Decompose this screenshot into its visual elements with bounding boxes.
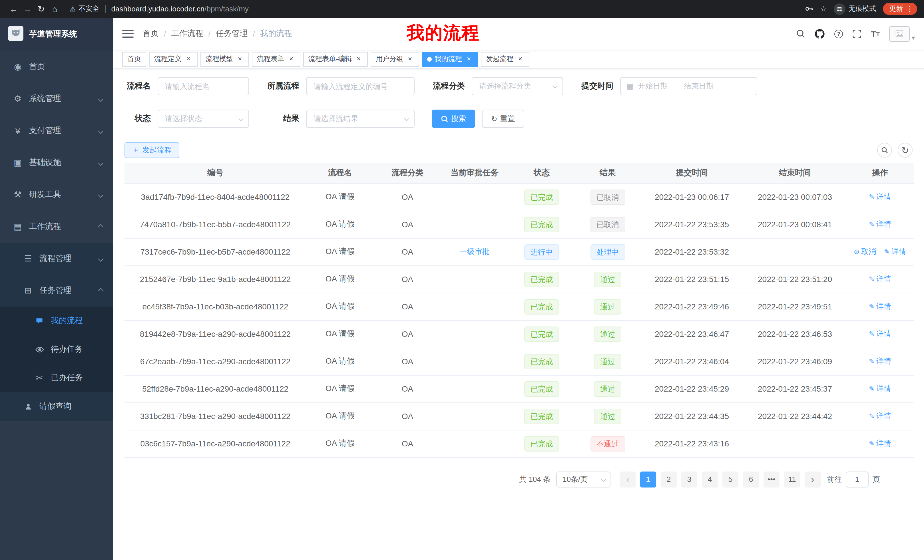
font-size-icon[interactable]: TT (871, 29, 880, 39)
cell-result: 已取消 (575, 183, 640, 211)
kebab-menu-icon[interactable]: ⋮ (906, 5, 913, 13)
page-button[interactable]: 2 (661, 471, 677, 487)
sidebar-item-task-mgmt[interactable]: ⊞ 任务管理 (0, 275, 113, 307)
password-key-icon[interactable] (805, 4, 813, 13)
close-icon[interactable]: × (236, 55, 244, 63)
detail-link[interactable]: ✎详情 (869, 302, 891, 310)
browser-home-icon[interactable]: ⌂ (48, 4, 62, 14)
process-key-input[interactable] (306, 77, 415, 95)
view-tab[interactable]: 我的流程 × (422, 52, 478, 66)
hamburger-icon[interactable] (122, 30, 134, 38)
tasks-icon: ⊞ (22, 285, 34, 296)
detail-link[interactable]: ✎详情 (869, 275, 891, 283)
view-tab[interactable]: 流程表单-编辑 × (303, 52, 368, 66)
detail-link[interactable]: ✎详情 (869, 384, 891, 393)
sidebar-item-home[interactable]: ◉ 首页 (0, 51, 113, 83)
breadcrumb-task-mgmt[interactable]: 任务管理 (216, 28, 248, 39)
detail-link[interactable]: ✎详情 (869, 439, 891, 448)
sidebar-item-leave-query[interactable]: 请假查询 (0, 392, 113, 421)
page-button[interactable]: ••• (764, 471, 780, 487)
show-search-button[interactable] (877, 143, 892, 157)
view-tab[interactable]: 流程定义 × (149, 52, 198, 66)
page-button[interactable]: 6 (743, 471, 759, 487)
cell-name: OA 请假 (306, 183, 374, 211)
cell-name: OA 请假 (306, 347, 374, 375)
search-button[interactable]: 搜索 (432, 109, 475, 128)
reset-button[interactable]: ↻ 重置 (482, 109, 524, 128)
task-link[interactable]: 一级审批 (460, 247, 489, 256)
result-badge: 通过 (594, 381, 621, 397)
security-warning[interactable]: ⚠ 不安全 (70, 4, 99, 14)
browser-reload-icon[interactable]: ↻ (34, 4, 48, 14)
cell-result: 处理中 (575, 238, 640, 265)
refresh-table-button[interactable]: ↻ (898, 143, 913, 157)
browser-back-icon[interactable]: ← (7, 4, 21, 14)
sidebar-item-my-process[interactable]: 我的流程 (0, 307, 113, 335)
breadcrumb-workflow[interactable]: 工作流程 (171, 28, 203, 39)
table-header-row: 编号 流程名 流程分类 当前审批任务 状态 结果 提交时间 结束时间 操作 (124, 163, 914, 183)
detail-link[interactable]: ✎详情 (869, 220, 891, 228)
app-logo[interactable]: 芋道管理系统 (0, 18, 113, 51)
page-button[interactable]: 4 (702, 471, 718, 487)
submit-time-range-picker[interactable]: ▦ 开始日期 - 结束日期 (620, 77, 757, 95)
close-icon[interactable]: × (516, 55, 524, 63)
detail-link[interactable]: ✎详情 (869, 357, 891, 365)
filter-label-category: 流程分类 (432, 81, 465, 91)
table-row: 2152467e-7b9b-11ec-9a1b-acde48001122 OA … (124, 265, 914, 293)
col-header-name: 流程名 (306, 163, 374, 183)
detail-link[interactable]: ✎详情 (869, 192, 891, 201)
goto-page-input[interactable] (846, 471, 868, 487)
sidebar-item-system[interactable]: ⚙ 系统管理 (0, 83, 113, 115)
cell-status: 已完成 (508, 320, 575, 347)
sidebar-item-process-mgmt[interactable]: ☰ 流程管理 (0, 243, 113, 275)
status-select[interactable]: 请选择状态 (158, 109, 249, 128)
cancel-link[interactable]: ⊘取消 (854, 247, 876, 256)
close-icon[interactable]: × (465, 55, 473, 63)
view-tab[interactable]: 首页 × (122, 52, 146, 66)
page-content: 流程名 所属流程 流程分类 请选择流程分类 提交时间 (113, 69, 924, 487)
detail-link[interactable]: ✎详情 (884, 247, 906, 256)
cell-submit-time: 2022-01-22 23:46:47 (640, 320, 744, 347)
address-bar[interactable]: dashboard.yudao.iocoder.cn/bpm/task/my (111, 4, 249, 13)
dashboard-icon: ◉ (11, 61, 24, 72)
close-icon[interactable]: × (406, 55, 414, 63)
sidebar-item-todo-tasks[interactable]: 待办任务 (0, 335, 113, 364)
browser-forward-icon[interactable]: → (21, 4, 34, 14)
sidebar-item-done-tasks[interactable]: ✂ 已办任务 (0, 364, 113, 392)
view-tab[interactable]: 用户分组 × (370, 52, 419, 66)
view-tab[interactable]: 流程模型 × (201, 52, 249, 66)
fullscreen-icon[interactable] (853, 29, 861, 38)
page-button[interactable]: 1 (640, 471, 656, 487)
detail-link[interactable]: ✎详情 (869, 329, 891, 338)
cell-status: 已完成 (508, 265, 575, 293)
category-select[interactable]: 请选择流程分类 (472, 77, 563, 95)
close-icon[interactable]: × (184, 55, 192, 63)
cell-end-time: 2022-01-23 00:08:41 (744, 211, 846, 238)
browser-update-button[interactable]: 更新 ⋮ (883, 3, 917, 15)
detail-link[interactable]: ✎详情 (869, 412, 891, 420)
page-button[interactable]: 5 (722, 471, 738, 487)
page-size-select[interactable]: 10条/页 (556, 471, 610, 487)
github-icon[interactable] (815, 29, 825, 39)
view-tab[interactable]: 发起流程 × (481, 52, 530, 66)
view-tab[interactable]: 流程表单 × (252, 52, 300, 66)
filter-label-name: 流程名 (124, 81, 151, 91)
user-avatar[interactable]: ▾ (890, 26, 915, 41)
sidebar-item-infrastructure[interactable]: ▣ 基础设施 (0, 147, 113, 179)
close-icon[interactable]: × (355, 55, 363, 63)
sidebar-item-payment[interactable]: ¥ 支付管理 (0, 115, 113, 147)
next-page-button[interactable]: › (805, 471, 820, 487)
search-icon[interactable] (796, 29, 805, 38)
sidebar-item-workflow[interactable]: ▤ 工作流程 (0, 211, 113, 243)
bookmark-star-icon[interactable]: ☆ (820, 4, 827, 13)
help-icon[interactable]: ? (834, 29, 843, 38)
process-name-input[interactable] (158, 77, 249, 95)
prev-page-button[interactable]: ‹ (620, 471, 636, 487)
page-button[interactable]: 3 (681, 471, 697, 487)
close-icon[interactable]: × (287, 55, 295, 63)
page-button[interactable]: 11 (784, 471, 800, 487)
create-process-button[interactable]: ＋ 发起流程 (124, 142, 179, 158)
sidebar-item-devtools[interactable]: ⚒ 研发工具 (0, 179, 113, 211)
breadcrumb-home[interactable]: 首页 (143, 28, 159, 39)
result-select[interactable]: 请选择流结果 (306, 109, 415, 128)
